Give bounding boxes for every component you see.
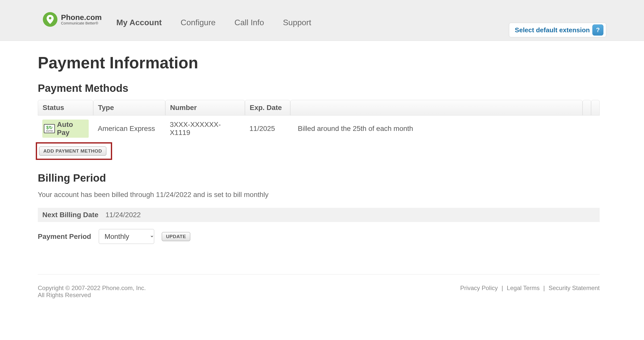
logo[interactable]: Phone.com Communicate Better® xyxy=(43,12,102,27)
nav-my-account[interactable]: My Account xyxy=(116,18,162,27)
payment-period-label: Payment Period xyxy=(38,233,91,241)
table-row: $↻ AUTO Auto Pay American Express 3XXX-X… xyxy=(38,116,600,140)
extension-label: Select default extension xyxy=(515,26,590,34)
update-button[interactable]: UPDATE xyxy=(162,232,190,241)
auto-pay-icon: $↻ AUTO xyxy=(44,124,55,133)
billing-summary: Your account has been billed through 11/… xyxy=(38,191,600,199)
footer-links: Privacy Policy | Legal Terms | Security … xyxy=(460,285,600,299)
nav-configure[interactable]: Configure xyxy=(181,18,216,27)
auto-pay-label: Auto Pay xyxy=(57,121,86,137)
next-billing-value: 11/24/2022 xyxy=(105,211,141,219)
footer: Copyright © 2007-2022 Phone.com, Inc. Al… xyxy=(38,285,600,314)
col-stub-2 xyxy=(591,100,600,116)
main-content: Payment Information Payment Methods Stat… xyxy=(38,41,600,314)
col-exp: Exp. Date xyxy=(245,100,290,116)
col-status: Status xyxy=(38,100,93,116)
cell-exp: 11/2025 xyxy=(245,116,290,140)
col-stub-1 xyxy=(583,100,591,116)
cell-number: 3XXX-XXXXXX-X1119 xyxy=(165,116,245,140)
auto-pay-badge: $↻ AUTO Auto Pay xyxy=(42,120,89,138)
col-number: Number xyxy=(165,100,245,116)
help-icon[interactable]: ? xyxy=(592,24,603,36)
payment-methods-heading: Payment Methods xyxy=(38,82,600,94)
billing-period-heading: Billing Period xyxy=(38,172,600,184)
brand-tagline: Communicate Better® xyxy=(61,21,102,25)
payment-period-select[interactable]: Monthly xyxy=(99,229,154,244)
logo-text: Phone.com Communicate Better® xyxy=(61,14,102,25)
default-extension-select[interactable]: Select default extension ? xyxy=(509,23,606,37)
cell-note: Billed around the 25th of each month xyxy=(290,116,600,140)
col-note xyxy=(290,100,583,116)
page-title: Payment Information xyxy=(38,53,600,72)
footer-left: Copyright © 2007-2022 Phone.com, Inc. Al… xyxy=(38,285,146,299)
cell-type: American Express xyxy=(93,116,165,140)
logo-icon xyxy=(43,12,57,27)
copyright-text: Copyright © 2007-2022 Phone.com, Inc. xyxy=(38,285,146,292)
footer-sep: | xyxy=(543,285,545,291)
nav-support[interactable]: Support xyxy=(283,18,311,27)
col-type: Type xyxy=(93,100,165,116)
add-payment-method-button[interactable]: ADD PAYMENT METHOD xyxy=(39,147,106,156)
footer-divider xyxy=(38,274,600,274)
next-billing-row: Next Billing Date 11/24/2022 xyxy=(38,208,600,222)
cell-status: $↻ AUTO Auto Pay xyxy=(38,116,93,140)
table-header-row: Status Type Number Exp. Date xyxy=(38,100,600,116)
primary-nav: My Account Configure Call Info Support xyxy=(116,11,311,27)
top-bar: Phone.com Communicate Better® My Account… xyxy=(0,0,644,41)
next-billing-label: Next Billing Date xyxy=(42,211,98,219)
payment-period-row: Payment Period Monthly UPDATE xyxy=(38,229,600,244)
rights-text: All Rights Reserved xyxy=(38,292,146,299)
nav-call-info[interactable]: Call Info xyxy=(235,18,264,27)
payment-methods-table: Status Type Number Exp. Date $↻ AUTO Au xyxy=(38,100,600,140)
brand-name: Phone.com xyxy=(61,14,102,21)
link-security[interactable]: Security Statement xyxy=(549,285,600,291)
footer-sep: | xyxy=(501,285,503,291)
link-privacy[interactable]: Privacy Policy xyxy=(460,285,498,291)
link-legal[interactable]: Legal Terms xyxy=(507,285,539,291)
add-payment-method-highlight: ADD PAYMENT METHOD xyxy=(36,142,112,160)
svg-point-0 xyxy=(49,17,51,19)
